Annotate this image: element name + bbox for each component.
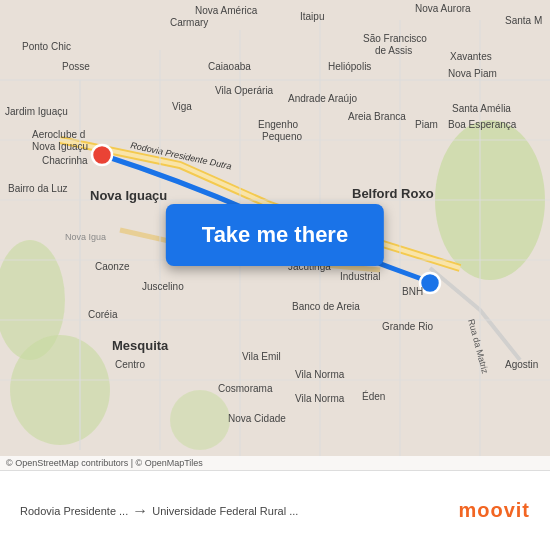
svg-text:Nova Piam: Nova Piam [448,68,497,79]
svg-text:Xavantes: Xavantes [450,51,492,62]
svg-text:Santa Amélia: Santa Amélia [452,103,511,114]
svg-text:Banco de Areia: Banco de Areia [292,301,360,312]
svg-text:Vila Emil: Vila Emil [242,351,281,362]
svg-text:Nova Igua: Nova Igua [65,232,106,242]
svg-text:de Assis: de Assis [375,45,412,56]
svg-point-7 [92,145,112,165]
svg-text:Industrial: Industrial [340,271,381,282]
svg-text:Juscelino: Juscelino [142,281,184,292]
svg-text:Cosmorama: Cosmorama [218,383,273,394]
svg-text:Nova Aurora: Nova Aurora [415,3,471,14]
osm-credit-bar: © OpenStreetMap contributors | © OpenMap… [0,456,550,470]
moovit-logo-area: moovit [458,499,530,522]
svg-text:Mesquita: Mesquita [112,338,169,353]
svg-text:Vila Norma: Vila Norma [295,369,345,380]
svg-text:Aeroclube d: Aeroclube d [32,129,85,140]
svg-text:São Francisco: São Francisco [363,33,427,44]
moovit-logo-text: moovit [458,499,530,522]
arrow-icon: → [132,502,148,520]
destination-label: Universidade Federal Rural ... [152,505,298,517]
svg-text:Caiaoaba: Caiaoaba [208,61,251,72]
svg-text:Caonze: Caonze [95,261,130,272]
svg-text:Boa Esperança: Boa Esperança [448,119,517,130]
osm-credit-text: © OpenStreetMap contributors | © OpenMap… [6,458,203,468]
svg-text:Jardim Iguaçu: Jardim Iguaçu [5,106,68,117]
svg-text:Viga: Viga [172,101,192,112]
svg-text:Belford Roxo: Belford Roxo [352,186,434,201]
svg-text:BNH: BNH [402,286,423,297]
svg-text:Centro: Centro [115,359,145,370]
svg-text:Vila Norma: Vila Norma [295,393,345,404]
svg-text:Santa M: Santa M [505,15,542,26]
svg-text:Posse: Posse [62,61,90,72]
map-container: Rodovia Presidente Dutra Via Light Nova … [0,0,550,470]
svg-point-3 [10,335,110,445]
svg-text:Grande Rio: Grande Rio [382,321,434,332]
svg-text:Agostin: Agostin [505,359,538,370]
svg-text:Pequeno: Pequeno [262,131,302,142]
svg-text:Chacrinha: Chacrinha [42,155,88,166]
svg-text:Ponto Chic: Ponto Chic [22,41,71,52]
svg-text:Andrade Araújo: Andrade Araújo [288,93,357,104]
svg-text:Nova Cidade: Nova Cidade [228,413,286,424]
svg-text:Coréia: Coréia [88,309,118,320]
svg-text:Vila Operária: Vila Operária [215,85,274,96]
svg-text:Areia Branca: Areia Branca [348,111,406,122]
svg-point-4 [170,390,230,450]
route-info: Rodovia Presidente ... → Universidade Fe… [20,502,458,520]
route-destination: Universidade Federal Rural ... [152,505,298,517]
svg-text:Carmary: Carmary [170,17,208,28]
svg-text:Éden: Éden [362,390,385,402]
svg-text:Nova Iguaçu: Nova Iguaçu [90,188,167,203]
origin-label: Rodovia Presidente ... [20,505,128,517]
svg-text:Engenho: Engenho [258,119,298,130]
footer: Rodovia Presidente ... → Universidade Fe… [0,470,550,550]
svg-text:Heliópolis: Heliópolis [328,61,371,72]
svg-text:Nova América: Nova América [195,5,258,16]
svg-text:Nova Iguaçu: Nova Iguaçu [32,141,88,152]
route-origin: Rodovia Presidente ... [20,505,128,517]
svg-text:Bairro da Luz: Bairro da Luz [8,183,67,194]
svg-text:Itaipu: Itaipu [300,11,324,22]
take-me-there-button[interactable]: Take me there [166,204,384,266]
svg-text:Piam: Piam [415,119,438,130]
